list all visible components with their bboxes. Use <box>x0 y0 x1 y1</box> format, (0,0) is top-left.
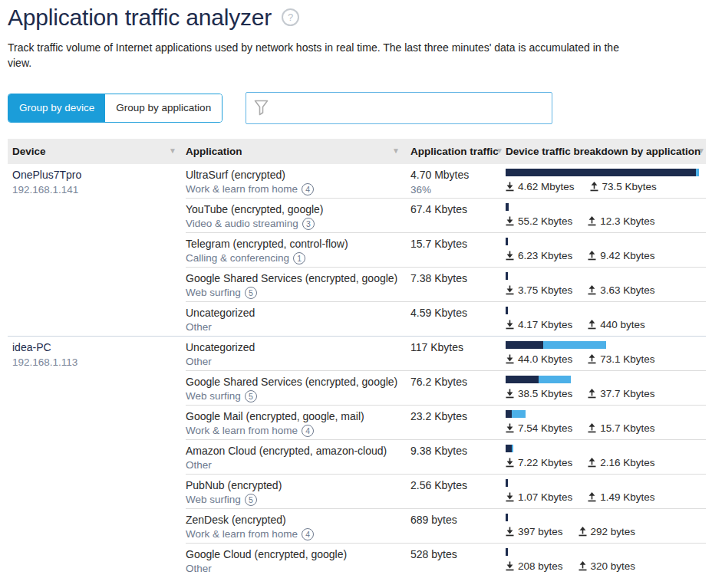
download-value: 4.62 Mbytes <box>518 181 575 192</box>
upload-stat: 73.1 Kbytes <box>588 353 654 365</box>
table-row[interactable]: Google Mail (encrypted, google, mail) Wo… <box>8 406 706 440</box>
upload-value: 1.49 Kbytes <box>600 491 654 503</box>
application-cell: Uncategorized Other <box>186 337 410 371</box>
traffic-bar <box>506 307 706 314</box>
category-count-badge: 5 <box>245 494 257 506</box>
download-icon <box>506 251 514 261</box>
application-traffic-value: 4.59 Kbytes <box>410 307 506 319</box>
category-label: Other <box>186 459 212 471</box>
category-count-badge: 3 <box>302 218 315 230</box>
traffic-bar <box>506 479 706 487</box>
traffic-breakdown-cell: 3.75 Kbytes 3.63 Kbytes <box>506 268 706 302</box>
device-cell <box>8 475 186 509</box>
application-cell: Google Mail (encrypted, google, mail) Wo… <box>186 406 410 440</box>
table-row[interactable]: Google Shared Services (encrypted, googl… <box>8 268 706 302</box>
upload-stat: 440 bytes <box>588 319 645 330</box>
sort-arrow-breakdown-icon[interactable]: ▼ <box>697 147 705 155</box>
category-label: Calling & conferencing <box>186 252 289 264</box>
filter-input[interactable] <box>275 93 544 123</box>
application-traffic-cell: 4.70 Mbytes 36% <box>410 164 506 199</box>
download-bar-segment <box>506 514 508 521</box>
upload-icon <box>588 285 596 295</box>
upload-icon <box>578 561 587 571</box>
application-traffic-value: 4.70 Mbytes <box>410 169 506 181</box>
upload-value: 292 bytes <box>591 526 636 537</box>
download-icon <box>506 423 514 433</box>
download-stat: 4.62 Mbytes <box>506 181 575 192</box>
application-traffic-cell: 23.2 Kbytes <box>410 406 506 440</box>
category-label: Work & learn from home <box>186 425 298 436</box>
download-bar-segment <box>506 238 508 245</box>
table-row[interactable]: OnePlus7Tpro 192.168.1.141 UltraSurf (en… <box>8 164 706 199</box>
application-name: Google Cloud (encrypted, google) <box>186 548 410 560</box>
application-name: Google Shared Services (encrypted, googl… <box>186 376 410 388</box>
download-value: 208 bytes <box>518 560 563 572</box>
table-row[interactable]: Google Cloud (encrypted, google) Other 5… <box>8 544 706 578</box>
table-row[interactable]: Telegram (encrypted, control-flow) Calli… <box>8 233 706 268</box>
upload-value: 3.63 Kbytes <box>600 284 654 296</box>
table-row[interactable]: PubNub (encrypted) Web surfing 5 2.56 Kb… <box>8 475 706 509</box>
download-stat: 3.75 Kbytes <box>506 284 572 296</box>
upload-value: 37.7 Kbytes <box>600 388 654 399</box>
group-by-tabs: Group by device Group by application <box>8 94 222 123</box>
sort-arrow-application-icon[interactable]: ▼ <box>392 147 400 155</box>
updown-values: 6.23 Kbytes 9.42 Kbytes <box>506 250 706 261</box>
table-row[interactable]: idea-PC 192.168.1.113 Uncategorized Othe… <box>8 337 706 371</box>
tab-group-by-device[interactable]: Group by device <box>8 94 105 122</box>
download-stat: 44.0 Kbytes <box>506 353 572 365</box>
sort-arrow-traffic-icon[interactable]: ▼ <box>496 147 503 155</box>
tab-group-by-application[interactable]: Group by application <box>105 94 222 122</box>
table-row[interactable]: Google Shared Services (encrypted, googl… <box>8 371 706 406</box>
column-header-application-traffic: Application traffic ▼ <box>410 139 506 164</box>
application-category: Other <box>186 356 410 367</box>
upload-icon <box>588 423 596 433</box>
application-traffic-value: 76.2 Kbytes <box>410 376 506 388</box>
download-bar-segment <box>506 169 696 176</box>
application-category: Web surfing 5 <box>186 390 410 402</box>
traffic-breakdown-cell: 1.07 Kbytes 1.49 Kbytes <box>506 475 706 509</box>
application-traffic-value: 528 bytes <box>410 548 506 560</box>
application-traffic-cell: 15.7 Kbytes <box>410 233 506 268</box>
application-name: YouTube (encrypted, google) <box>186 203 410 215</box>
device-cell <box>8 440 186 475</box>
table-row[interactable]: ZenDesk (encrypted) Work & learn from ho… <box>8 509 706 544</box>
application-name: Google Mail (encrypted, google, mail) <box>186 410 410 422</box>
download-value: 7.22 Kbytes <box>518 457 572 468</box>
download-value: 1.07 Kbytes <box>518 491 572 503</box>
upload-icon <box>588 458 596 468</box>
device-cell <box>8 268 186 302</box>
table-row[interactable]: Amazon Cloud (encrypted, amazon-cloud) O… <box>8 440 706 475</box>
table-row[interactable]: Uncategorized Other 4.59 Kbytes <box>8 302 706 337</box>
help-icon[interactable]: ? <box>282 8 299 26</box>
traffic-breakdown-cell: 4.62 Mbytes 73.5 Kbytes <box>506 164 706 199</box>
download-stat: 1.07 Kbytes <box>506 491 572 503</box>
updown-values: 397 bytes 292 bytes <box>506 526 706 537</box>
table-row[interactable]: YouTube (encrypted, google) Video & audi… <box>8 199 706 233</box>
device-name: OnePlus7Tpro <box>12 169 186 181</box>
category-count-badge: 5 <box>245 287 257 299</box>
application-name: UltraSurf (encrypted) <box>186 169 410 181</box>
category-label: Other <box>186 321 212 333</box>
traffic-bar <box>506 203 706 211</box>
application-category: Other <box>186 321 410 333</box>
upload-value: 73.5 Kbytes <box>602 181 657 192</box>
application-category: Calling & conferencing 1 <box>186 252 410 264</box>
device-cell <box>8 199 186 233</box>
upload-icon <box>588 354 596 364</box>
device-cell: idea-PC 192.168.1.113 <box>8 337 186 371</box>
download-icon <box>506 182 514 192</box>
application-traffic-cell: 117 Kbytes <box>410 337 506 371</box>
filter-box[interactable] <box>246 92 552 124</box>
device-cell <box>8 233 186 268</box>
upload-value: 9.42 Kbytes <box>600 250 654 261</box>
application-name: Google Shared Services (encrypted, googl… <box>186 272 410 284</box>
application-cell: Amazon Cloud (encrypted, amazon-cloud) O… <box>186 440 410 475</box>
device-cell <box>8 509 186 544</box>
download-bar-segment <box>506 410 512 418</box>
sort-arrow-device-icon[interactable]: ▼ <box>169 147 176 155</box>
traffic-bar <box>506 548 706 556</box>
download-bar-segment <box>506 203 509 211</box>
category-label: Web surfing <box>186 390 241 402</box>
traffic-bar <box>506 169 706 176</box>
updown-values: 4.62 Mbytes 73.5 Kbytes <box>506 181 706 192</box>
